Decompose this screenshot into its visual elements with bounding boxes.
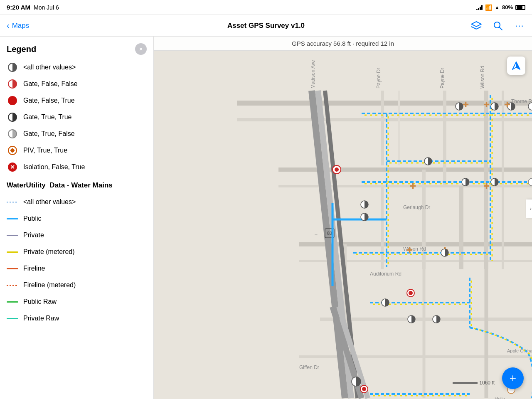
signal-bars-icon bbox=[476, 5, 483, 10]
status-date: Mon Jul 6 bbox=[34, 4, 59, 11]
svg-marker-0 bbox=[471, 22, 481, 27]
legend-item-private-metered: Private (metered) bbox=[7, 246, 147, 258]
back-arrow-icon: ‹ bbox=[7, 21, 10, 30]
status-right: 📶 ▲ 80% bbox=[476, 4, 525, 11]
svg-text:✚: ✚ bbox=[483, 101, 490, 109]
location-arrow-icon: ▲ bbox=[495, 5, 500, 10]
legend-title: Legend bbox=[7, 44, 36, 54]
nav-actions: ··· bbox=[470, 20, 525, 32]
legend-label-gate-tt: Gate, True, True bbox=[23, 113, 72, 121]
legend-label-gate-ft: Gate, False, True bbox=[23, 97, 75, 104]
svg-text:Thorne Rd: Thorne Rd bbox=[511, 99, 532, 104]
svg-text:✚: ✚ bbox=[406, 246, 413, 254]
legend-item-gate-ft: Gate, False, True bbox=[7, 95, 147, 106]
location-button[interactable] bbox=[507, 57, 525, 75]
legend-item-public: Public bbox=[7, 213, 147, 224]
legend-close-button[interactable]: × bbox=[135, 43, 147, 55]
legend-label-fireline: Fireline bbox=[23, 265, 45, 272]
svg-text:Madison Ave: Madison Ave bbox=[310, 60, 316, 89]
legend-label-gate-tf: Gate, True, False bbox=[23, 130, 75, 138]
map-area[interactable]: GPS accuracy 56.8 ft · required 12 in bbox=[154, 37, 532, 399]
fireline-line-icon bbox=[7, 263, 18, 274]
map-view[interactable]: Payne Dr Payne Dr Wilson Rd Madison Ave … bbox=[154, 37, 532, 399]
public-raw-line-icon bbox=[7, 296, 18, 308]
legend-item-private-raw: Private Raw bbox=[7, 313, 147, 324]
private-metered-line-icon bbox=[7, 246, 18, 258]
legend-item-fireline-metered: Fireline (metered) bbox=[7, 279, 147, 291]
scale-label: 1060 ft bbox=[479, 380, 495, 386]
all-other-line-icon bbox=[7, 196, 18, 208]
legend-label-private-metered: Private (metered) bbox=[23, 248, 75, 256]
legend-item-all-other-line: <all other values> bbox=[7, 196, 147, 208]
legend-label-gate-ff: Gate, False, False bbox=[23, 80, 78, 88]
gate-tt-icon bbox=[7, 111, 18, 123]
legend-section-water-mains: WaterUtility_Data - Water Mains bbox=[7, 181, 147, 190]
legend-item-gate-tt: Gate, True, True bbox=[7, 111, 147, 123]
main-content: Legend × <all other values> Gate, False,… bbox=[0, 37, 532, 399]
more-button[interactable]: ··· bbox=[514, 20, 525, 32]
svg-text:✚: ✚ bbox=[504, 101, 510, 109]
svg-text:→: → bbox=[314, 232, 318, 237]
legend-item-fireline: Fireline bbox=[7, 263, 147, 274]
legend-item-piv-tt: PIV, True, True bbox=[7, 145, 147, 156]
svg-point-81 bbox=[335, 167, 339, 172]
legend-item-isolation-ft: ✕ Isolation, False, True bbox=[7, 161, 147, 173]
gps-accuracy-banner: GPS accuracy 56.8 ft · required 12 in bbox=[154, 37, 532, 51]
svg-text:Wilson Rd: Wilson Rd bbox=[480, 66, 485, 89]
wifi-icon: 📶 bbox=[485, 4, 492, 11]
status-bar: 9:20 AM Mon Jul 6 📶 ▲ 80% bbox=[0, 0, 532, 15]
svg-text:Auditorium Rd: Auditorium Rd bbox=[370, 271, 401, 277]
gate-ft-icon bbox=[7, 95, 18, 106]
legend-label-isolation-ft: Isolation, False, True bbox=[23, 163, 85, 171]
legend-item-public-raw: Public Raw bbox=[7, 296, 147, 308]
legend-label-private: Private bbox=[23, 232, 44, 239]
back-label: Maps bbox=[12, 22, 30, 30]
svg-line-2 bbox=[476, 27, 481, 29]
page-title: Asset GPS Survey v1.0 bbox=[227, 22, 305, 30]
add-feature-button[interactable]: + bbox=[502, 367, 524, 389]
battery-icon bbox=[515, 5, 525, 10]
legend-label-all-other-line: <all other values> bbox=[23, 198, 76, 206]
public-line-icon bbox=[7, 213, 18, 224]
all-other-icon bbox=[7, 62, 18, 73]
scale-bar: 1060 ft bbox=[453, 380, 495, 386]
layers-button[interactable] bbox=[470, 20, 482, 32]
legend-item-gate-ff: Gate, False, False bbox=[7, 78, 147, 90]
svg-text:✚: ✚ bbox=[463, 101, 469, 109]
svg-text:Holly: Holly bbox=[495, 396, 505, 399]
svg-text:Payne Dr: Payne Dr bbox=[439, 68, 445, 89]
private-line-icon bbox=[7, 229, 18, 241]
legend-label-public-raw: Public Raw bbox=[23, 298, 57, 305]
legend-label-private-raw: Private Raw bbox=[23, 315, 59, 322]
svg-line-4 bbox=[499, 27, 502, 30]
svg-text:83: 83 bbox=[327, 231, 332, 236]
gate-tf-icon bbox=[7, 128, 18, 140]
svg-text:✚: ✚ bbox=[410, 182, 416, 190]
back-button[interactable]: ‹ Maps bbox=[7, 21, 29, 30]
svg-point-92 bbox=[409, 291, 413, 295]
legend-header: Legend × bbox=[7, 43, 147, 55]
legend-label-public: Public bbox=[23, 215, 42, 222]
legend-item-all-other: <all other values> bbox=[7, 62, 147, 73]
svg-point-90 bbox=[362, 387, 366, 391]
legend-label-piv-tt: PIV, True, True bbox=[23, 147, 67, 154]
legend-label-all-other: <all other values> bbox=[23, 64, 76, 71]
svg-text:Gerlaugh Dr: Gerlaugh Dr bbox=[403, 204, 430, 210]
svg-text:✚: ✚ bbox=[483, 182, 490, 190]
battery-percent: 80% bbox=[502, 4, 513, 10]
search-button[interactable] bbox=[492, 20, 504, 32]
legend-item-private: Private bbox=[7, 229, 147, 241]
fireline-metered-line-icon bbox=[7, 279, 18, 291]
svg-line-1 bbox=[471, 27, 476, 29]
legend-label-fireline-metered: Fireline (metered) bbox=[23, 281, 76, 289]
gate-ff-icon bbox=[7, 78, 18, 90]
status-time: 9:20 AM bbox=[7, 4, 30, 11]
private-raw-line-icon bbox=[7, 313, 18, 324]
svg-text:Giffen Dr: Giffen Dr bbox=[299, 365, 319, 370]
piv-tt-icon bbox=[7, 145, 18, 156]
legend-items: <all other values> Gate, False, False Ga… bbox=[7, 62, 147, 324]
svg-text:Payne Dr: Payne Dr bbox=[376, 68, 382, 89]
gps-accuracy-text: GPS accuracy 56.8 ft · required 12 in bbox=[292, 40, 394, 47]
nav-bar: ‹ Maps Asset GPS Survey v1.0 ··· bbox=[0, 15, 532, 37]
isolation-ft-icon: ✕ bbox=[7, 161, 18, 173]
